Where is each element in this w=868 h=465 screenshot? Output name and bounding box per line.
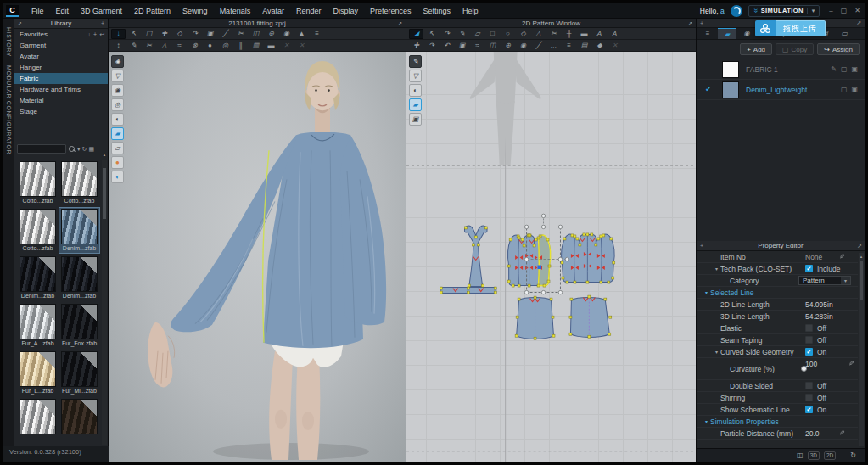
3d-view-button[interactable]: 3D [808, 451, 820, 460]
fabric-thumb[interactable]: Denim...zfab [59, 255, 99, 300]
fabric-row-denim-lightweight[interactable]: ✔ Denim_Lightweight ▢ ▣ [697, 80, 865, 100]
arrangement-display-toggle[interactable]: ◐ [111, 113, 124, 126]
include-checkbox[interactable]: ✔ [805, 265, 813, 272]
fabric-swatch-white[interactable] [722, 61, 739, 78]
double-sided-checkbox[interactable] [805, 382, 813, 389]
fabric-row-fabric-1[interactable]: FABRIC 1 ✎ ▢ ▣ [697, 59, 865, 80]
library-item-avatar[interactable]: Avatar [14, 51, 108, 62]
fabric-thumb[interactable]: Denim...zfab [18, 255, 58, 300]
library-item-hardware-and-trims[interactable]: Hardware and Trims [14, 84, 108, 95]
pattern-annotation-tool[interactable]: A [608, 29, 622, 39]
library-item-fabric[interactable]: Fabric [14, 73, 108, 84]
zipper-tool[interactable]: ║ [233, 41, 248, 51]
show-avatar-toggle[interactable]: ◉ [111, 84, 124, 97]
buttonhole-3d-tool[interactable]: ◎ [218, 41, 232, 51]
simulation-button[interactable]: » SIMULATION ▾ [748, 5, 820, 17]
seam-allowance-tool[interactable]: ▬ [577, 29, 591, 39]
unfold-tool[interactable]: ↶ [440, 41, 454, 51]
search-filter-caret-icon[interactable]: ▾ [77, 146, 81, 153]
scrollbar-thumb[interactable] [860, 261, 863, 300]
dock-icon[interactable]: + [700, 20, 703, 26]
show-garment-2d-toggle[interactable]: ▽ [409, 70, 422, 82]
save-fabric-icon[interactable]: ▣ [851, 86, 858, 93]
collapse-arrow-icon[interactable]: ▾ [715, 266, 718, 272]
elastic-checkbox[interactable] [805, 324, 813, 332]
menu-preferences[interactable]: Preferences [364, 3, 417, 19]
arrangement-points-tool[interactable]: ⊕ [264, 29, 278, 39]
collapse-arrow-icon[interactable]: ▾ [705, 418, 708, 424]
tab-scene[interactable]: ≡ [698, 28, 717, 39]
disabled-tool-a[interactable]: ✕ [279, 41, 294, 51]
polygon-tool[interactable]: ▱ [470, 29, 484, 39]
rectangle-tool[interactable]: □ [485, 29, 500, 39]
library-popout-icon[interactable]: ↗ [14, 20, 25, 27]
cut-and-sew-tool[interactable]: ✂ [546, 29, 561, 39]
fold-2d-tool[interactable]: ↷ [424, 41, 439, 51]
schematic-line-checkbox[interactable]: ✔ [805, 406, 813, 413]
fabric-thumb[interactable]: Fur_Mi...zfab [59, 350, 99, 395]
measure-2d-tool[interactable]: ▤ [577, 41, 591, 51]
menu-3d-garment[interactable]: 3D Garment [75, 3, 128, 19]
seam-taping-checkbox[interactable] [805, 336, 813, 344]
pin-box-tool[interactable]: ◇ [172, 29, 187, 39]
edit-icon[interactable]: ✎ [839, 429, 845, 437]
fabric-swatch-denim[interactable] [722, 81, 739, 98]
tab-button[interactable]: ◉ [737, 28, 756, 39]
remove-basting-tool[interactable]: ⊗ [188, 41, 202, 51]
disabled-tool-b[interactable]: ✕ [294, 41, 309, 51]
edit-annotation-tool[interactable]: A [592, 29, 607, 39]
library-item-stage[interactable]: Stage [14, 106, 108, 117]
sync-view-icon[interactable]: ↻ [850, 451, 856, 459]
fabric-thumb[interactable] [18, 398, 58, 443]
minimize-button[interactable]: – [829, 7, 832, 14]
copy-fabric-icon[interactable]: ▢ [841, 65, 848, 73]
menu-2d-pattern[interactable]: 2D Pattern [128, 3, 176, 19]
menu-sewing[interactable]: Sewing [176, 3, 214, 19]
button-3d-tool[interactable]: ● [203, 41, 217, 51]
library-scrollbar[interactable]: ▴ [102, 160, 107, 445]
library-scrollbar-thumb[interactable] [103, 168, 106, 219]
trace-tool[interactable]: △ [531, 29, 546, 39]
import-icon[interactable]: ↓ [88, 31, 92, 38]
topstitch-3d-tool[interactable]: ▥ [249, 41, 263, 51]
environment-view-toggle[interactable]: ◐ [111, 171, 124, 183]
curved-geometry-checkbox[interactable]: ✔ [805, 348, 813, 356]
view-gizmo-toggle[interactable]: ◈ [111, 55, 124, 68]
scroll-up-icon[interactable]: ▴ [859, 253, 864, 260]
copy-fabric-icon[interactable]: ▢ [841, 86, 848, 93]
menu-edit[interactable]: Edit [50, 3, 76, 19]
copy-fabric-button[interactable]: ▢Copy [776, 43, 814, 55]
shirring-checkbox[interactable] [805, 394, 813, 401]
2d-viewport[interactable]: ✎▽◐▰▣ [406, 52, 696, 462]
show-stitch-tool[interactable]: ╫ [562, 29, 576, 39]
grid-view-icon[interactable]: ▦ [88, 146, 94, 153]
category-dropdown[interactable]: Pattern ▾ [798, 276, 851, 285]
divider-pen-toggle[interactable]: ✎ [409, 55, 422, 68]
avatar-circumference-tool[interactable]: ◉ [279, 29, 294, 39]
back-icon[interactable]: ↩ [99, 31, 104, 38]
library-item-garment[interactable]: Garment [14, 40, 108, 51]
2d-popout-icon[interactable]: ↗ [687, 19, 692, 28]
scroll-up-icon[interactable]: ▴ [102, 151, 107, 158]
fabric-thumb[interactable]: Fur_A...zfab [18, 303, 58, 348]
show-pattern-mesh-toggle[interactable]: ▰ [409, 98, 422, 111]
tape-avatar-tool[interactable]: ≡ [310, 29, 324, 39]
edit-curvature-tool[interactable]: ↷ [440, 29, 454, 39]
show-head-toggle[interactable]: ● [111, 156, 124, 169]
texture-editor-tool[interactable]: ⊕ [501, 41, 515, 51]
library-item-hanger[interactable]: Hanger [14, 62, 108, 73]
slider-thumb[interactable] [801, 366, 807, 372]
lock-pattern-toggle[interactable]: ▣ [409, 113, 422, 126]
show-garment-3d-toggle[interactable]: ▽ [111, 70, 124, 82]
box-select-tool[interactable]: ▢ [142, 29, 156, 39]
baste-2d-tool[interactable]: … [546, 41, 561, 51]
assign-fabric-button[interactable]: ↪Assign [817, 43, 860, 55]
textured-view-toggle[interactable]: ▰ [111, 127, 124, 140]
library-item-material[interactable]: Material [14, 95, 108, 106]
object-browser-popout-icon[interactable]: ↗ [856, 20, 861, 26]
edit-icon[interactable]: ✎ [839, 253, 845, 261]
dart-tool[interactable]: ◇ [516, 29, 530, 39]
seam-sew-2d-tool[interactable]: ◫ [485, 41, 500, 51]
add-favorite-icon[interactable]: + [93, 31, 97, 38]
selected-point[interactable] [538, 266, 541, 270]
